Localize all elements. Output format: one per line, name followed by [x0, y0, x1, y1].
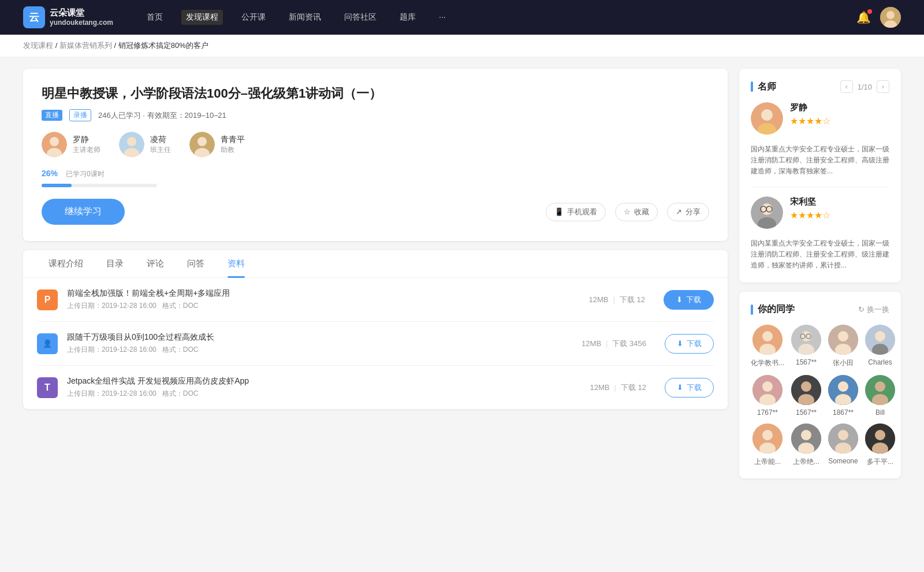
classmate-9: 上帝能...: [751, 424, 784, 467]
classmates-grid: 化学教书... 1567** 张小田: [751, 325, 889, 467]
resource-dl-3: 下载 12: [621, 382, 646, 393]
breadcrumb-link-1[interactable]: 发现课程: [23, 41, 53, 50]
breadcrumb-link-2[interactable]: 新媒体营销系列: [59, 41, 112, 50]
teacher-stars-1: ★★★★☆: [790, 116, 889, 127]
classmate-avatar-12: [865, 424, 895, 454]
classmate-avatar-10: [791, 424, 821, 454]
divider-1: [751, 187, 889, 187]
svg-point-48: [762, 430, 773, 440]
nav-item-qa[interactable]: 问答社区: [340, 10, 381, 25]
classmate-8: Bill: [865, 375, 895, 417]
resource-dl-1: 下载 12: [620, 295, 645, 305]
nav-item-bank[interactable]: 题库: [395, 10, 420, 25]
teachers-header: 名师 ‹ 1/10 ›: [751, 80, 889, 93]
classmates-title: 你的同学: [751, 303, 795, 315]
classmate-avatar-6: [791, 375, 821, 405]
resource-info-1: 前端全栈加强版！前端全栈+全周期+多端应用 上传日期：2019-12-28 16…: [67, 288, 571, 311]
continue-button[interactable]: 继续学习: [42, 199, 125, 225]
teacher-profile-name-1: 罗静: [790, 102, 889, 113]
notification-dot: [867, 9, 872, 14]
tabs-card: 课程介绍 目录 评论 问答 资料 P 前端全栈加强版！前端全栈+全周期+多端应用…: [23, 250, 728, 409]
resource-size-3: 12MB: [590, 383, 610, 392]
classmate-name-3: 张小田: [828, 358, 858, 368]
refresh-button[interactable]: ↻ 换一换: [858, 304, 889, 315]
course-meta: 直播 录播 246人已学习 · 有效期至：2019–10–21: [42, 109, 709, 121]
classmate-name-12: 多干平...: [865, 457, 895, 467]
mobile-watch-button[interactable]: 📱 手机观看: [546, 203, 606, 221]
share-icon: ↗: [676, 207, 682, 216]
teacher-avatar-2: [119, 132, 144, 157]
resource-info-3: Jetpack全组件实战 开发短视频应用高仿皮皮虾App 上传日期：2019-1…: [67, 376, 572, 399]
download-button-1[interactable]: ⬇ 下载: [664, 290, 714, 310]
resource-stats-2: 12MB | 下载 3456: [582, 339, 646, 349]
nav-item-home[interactable]: 首页: [142, 10, 167, 25]
nav-item-open[interactable]: 公开课: [237, 10, 270, 25]
page-info: 1/10: [858, 83, 872, 91]
teacher-profile-info-1: 罗静 ★★★★☆: [790, 102, 889, 135]
download-button-2[interactable]: ⬇ 下载: [665, 334, 714, 354]
teacher-avatar-1: [42, 132, 67, 157]
svg-point-33: [875, 331, 885, 341]
navbar: 云 云朵课堂 yundouketang.com 首页 发现课程 公开课 新闻资讯…: [0, 0, 924, 35]
collect-button[interactable]: ☆ 收藏: [615, 203, 658, 221]
svg-point-45: [875, 381, 885, 392]
resource-meta-3: 上传日期：2019-12-28 16:00 格式：DOC: [67, 389, 572, 399]
nav-item-more[interactable]: ···: [434, 10, 450, 25]
teachers-sidebar-card: 名师 ‹ 1/10 › 罗静: [739, 69, 901, 283]
classmate-name-4: Charles: [865, 358, 895, 366]
resource-stats-1: 12MB | 下载 12: [589, 295, 645, 305]
logo[interactable]: 云 云朵课堂 yundouketang.com: [23, 6, 113, 28]
bell-icon[interactable]: 🔔: [856, 10, 871, 24]
tab-review[interactable]: 评论: [135, 250, 176, 277]
collect-label: 收藏: [634, 207, 649, 217]
classmate-name-10: 上帝绝...: [791, 457, 821, 467]
svg-point-22: [762, 331, 773, 341]
progress-section: 26% 已学习0课时: [42, 169, 709, 187]
user-avatar[interactable]: [880, 7, 901, 28]
star-icon: ☆: [624, 207, 631, 216]
classmate-10: 上帝绝...: [791, 424, 821, 467]
teacher-profile-1: 罗静 ★★★★☆: [751, 102, 889, 135]
download-button-3[interactable]: ⬇ 下载: [665, 378, 714, 398]
share-button[interactable]: ↗ 分享: [667, 203, 709, 221]
resource-stats-3: 12MB | 下载 12: [590, 382, 646, 393]
tab-intro[interactable]: 课程介绍: [37, 250, 95, 277]
tab-qa[interactable]: 问答: [176, 250, 216, 277]
nav-items: 首页 发现课程 公开课 新闻资讯 问答社区 题库 ···: [142, 10, 839, 25]
nav-item-courses[interactable]: 发现课程: [181, 10, 223, 25]
classmate-7: 1867**: [828, 375, 858, 417]
svg-point-7: [127, 137, 136, 146]
teacher-info-3: 青青平 助教: [221, 135, 245, 155]
classmate-name-11: Someone: [828, 457, 858, 465]
course-header-card: 明星中教授课，小学阶段语法100分–强化级第1讲动词（一） 直播 录播 246人…: [23, 69, 728, 241]
classmate-avatar-11: [828, 424, 858, 454]
logo-icon: 云: [23, 6, 45, 28]
classmate-avatar-7: [828, 375, 858, 405]
teacher-2: 凌荷 班主任: [119, 132, 171, 157]
classmate-avatar-5: [752, 375, 783, 405]
classmate-name-9: 上帝能...: [751, 457, 784, 467]
tab-catalog[interactable]: 目录: [95, 250, 135, 277]
svg-point-51: [801, 430, 811, 440]
resource-item-1: P 前端全栈加强版！前端全栈+全周期+多端应用 上传日期：2019-12-28 …: [37, 278, 714, 322]
teacher-name-2: 凌荷: [150, 135, 171, 145]
next-page-button[interactable]: ›: [877, 80, 889, 93]
teacher-role-1: 主讲老师: [73, 145, 100, 155]
prev-page-button[interactable]: ‹: [840, 80, 853, 93]
progress-sub: 已学习0课时: [66, 170, 105, 178]
nav-item-news[interactable]: 新闻资讯: [284, 10, 326, 25]
teacher-info-1: 罗静 主讲老师: [73, 135, 100, 155]
classmate-avatar-9: [752, 424, 783, 454]
progress-bar-wrap: [42, 184, 157, 187]
breadcrumb-current: 销冠修炼术搞定80%的客户: [118, 41, 208, 50]
progress-percent: 26%: [42, 169, 58, 178]
course-title: 明星中教授课，小学阶段语法100分–强化级第1讲动词（一）: [42, 85, 709, 102]
classmate-avatar-1: [752, 325, 783, 355]
svg-point-54: [838, 430, 848, 440]
tab-resource[interactable]: 资料: [216, 250, 256, 277]
classmate-avatar-2: [791, 325, 821, 355]
refresh-label: 换一换: [867, 304, 889, 315]
teacher-profile-avatar-1: [751, 102, 783, 135]
download-label-2: 下载: [687, 339, 702, 349]
resource-icon-1: P: [37, 289, 58, 310]
